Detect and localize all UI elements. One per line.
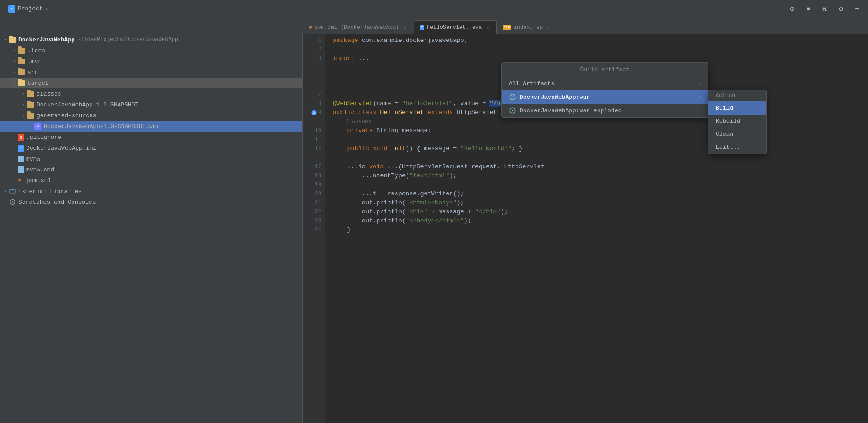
code-line-1: package com.example.dockerjavawebapp;: [333, 36, 861, 45]
menu-item-all[interactable]: All Artifacts ›: [502, 77, 708, 90]
tree-mvnwcmd[interactable]: mvnw.cmd: [0, 164, 302, 175]
line-numbers: 1 2 3 7 8 9 10 11 12 17 18 19 20: [303, 34, 325, 423]
tree-iml[interactable]: ▪ DockerJavaWebApp.iml: [0, 143, 302, 153]
line-10: 10: [303, 126, 325, 135]
tree-scratches[interactable]: › Scratches and Consoles: [0, 197, 302, 207]
extlib-arrow: ›: [2, 189, 9, 194]
code-line-11: [333, 135, 861, 144]
mvn-folder-icon: [18, 59, 25, 64]
generated-folder-icon: [27, 113, 34, 119]
snapshot-folder-icon: [27, 102, 34, 108]
code-line-18: ...ntentType("text/html");: [333, 171, 861, 180]
tree-warfile[interactable]: W DockerJavaWebApp-1.0-SNAPSHOT.war: [0, 121, 302, 132]
project-selector[interactable]: ▪ Project ▾: [5, 4, 52, 14]
editor-area: 1 2 3 7 8 9 10 11 12 17 18 19 20: [303, 34, 868, 423]
tree-root[interactable]: ▾ DockerJavaWebApp ~/IdeaProjects/Docker…: [0, 34, 302, 45]
all-arrow: ›: [698, 81, 701, 87]
sort-button[interactable]: ⇅: [818, 3, 831, 15]
tree-extlib[interactable]: › External Libraries: [0, 186, 302, 197]
line-12: 12: [303, 144, 325, 153]
tab-pom[interactable]: m pom.xml (DockerJavaWebApp) ✕: [303, 20, 414, 34]
code-line-12: public void init() { message = "Hello Wo…: [333, 144, 861, 153]
tree-gitignore[interactable]: g .gitignore: [0, 132, 302, 143]
iml-icon: ▪: [18, 145, 24, 152]
src-arrow: ›: [11, 70, 18, 75]
src-folder-icon: [18, 69, 25, 75]
code-line-19: [333, 180, 861, 189]
tree-generated[interactable]: › generated-sources: [0, 110, 302, 121]
settings-button[interactable]: ⚙: [835, 3, 847, 15]
submenu-build[interactable]: Build: [708, 101, 766, 115]
snapshot-arrow: ›: [20, 102, 27, 107]
tab-hello-label: HelloServlet.java: [427, 24, 482, 31]
tree-src[interactable]: › src: [0, 67, 302, 78]
line-2: 2: [303, 45, 325, 54]
mvn-label: .mvn: [27, 58, 41, 65]
align-button[interactable]: ≡: [802, 3, 815, 15]
line-blank4: [303, 153, 325, 162]
java-icon: C: [420, 25, 424, 30]
war-artifact-icon: [509, 93, 516, 101]
idea-folder-icon: [18, 48, 25, 54]
menu-item-war-exploded[interactable]: DockerJavaWebApp:war exploded ›: [502, 104, 708, 117]
submenu-popup: Action Build Rebuild Clean Edit...: [708, 90, 767, 154]
tree-idea[interactable]: › .idea: [0, 45, 302, 56]
collapse-all-button[interactable]: ⊕: [786, 3, 799, 15]
iml-label: DockerJavaWebApp.iml: [26, 145, 96, 152]
submenu-edit[interactable]: Edit...: [708, 141, 766, 154]
classes-arrow: ›: [20, 92, 27, 97]
line-18: 18: [303, 171, 325, 180]
tree-mvnw[interactable]: mvnw: [0, 153, 302, 164]
line-7: 7: [303, 90, 325, 99]
tab-index[interactable]: JSP index.jsp ✕: [497, 20, 557, 34]
tab-hello[interactable]: C HelloServlet.java ✕: [414, 20, 497, 34]
line-8: 8: [303, 99, 325, 108]
code-line-3: import ...: [333, 54, 861, 63]
classes-folder-icon: [27, 91, 34, 97]
scratches-label: Scratches and Consoles: [18, 199, 96, 206]
menu-title: Build Artifact: [502, 63, 708, 77]
warfile-label: DockerJavaWebApp-1.0-SNAPSHOT.war: [44, 123, 160, 130]
line-24: 24: [303, 225, 325, 234]
gitignore-label: .gitignore: [26, 134, 61, 141]
line-11: 11: [303, 135, 325, 144]
code-line-blank4: [333, 153, 861, 162]
code-line-10: private String message;: [333, 126, 861, 135]
tab-hello-close[interactable]: ✕: [484, 24, 491, 31]
tree-target[interactable]: ▾ target: [0, 78, 302, 88]
submenu-clean[interactable]: Clean: [708, 128, 766, 141]
idea-label: .idea: [27, 47, 45, 54]
line-3: 3: [303, 54, 325, 63]
tab-pom-label: pom.xml (DockerJavaWebApp): [315, 24, 399, 31]
code-line-2: [333, 45, 861, 54]
mvnwcmd-label: mvnw.cmd: [26, 166, 54, 173]
submenu-rebuild[interactable]: Rebuild: [708, 115, 766, 128]
code-line-21: out.println("<html><body>");: [333, 198, 861, 207]
line-21: 21: [303, 198, 325, 207]
tree-snapshot-dir[interactable]: › DockerJavaWebApp-1.0-SNAPSHOT: [0, 99, 302, 110]
tree-classes[interactable]: › classes: [0, 88, 302, 99]
extlib-label: External Libraries: [18, 188, 82, 195]
classes-label: classes: [37, 91, 61, 97]
all-artifacts-label: All Artifacts: [509, 80, 554, 87]
menu-item-war[interactable]: DockerJavaWebApp:war › Action Build Rebu…: [502, 90, 708, 104]
line-23: 23: [303, 216, 325, 225]
tab-pom-close[interactable]: ✕: [402, 24, 408, 31]
gitignore-icon: g: [18, 134, 24, 141]
line-20: 20: [303, 189, 325, 198]
tab-index-close[interactable]: ✕: [545, 24, 552, 31]
code-line-usages: 2 usages: [333, 117, 861, 126]
code-line-24: }: [333, 225, 861, 234]
tree-pomxml[interactable]: m pom.xml: [0, 175, 302, 186]
snapshot-label: DockerJavaWebApp-1.0-SNAPSHOT: [37, 101, 138, 108]
war-exploded-label: DockerJavaWebApp:war exploded: [520, 107, 621, 114]
root-path: ~/IdeaProjects/DockerJavaWebApp: [78, 37, 178, 43]
svg-point-3: [311, 110, 316, 115]
tree-mvn[interactable]: › .mvn: [0, 56, 302, 67]
minimize-button[interactable]: −: [851, 3, 863, 15]
line-blank1: [303, 63, 325, 72]
war-exploded-icon: [509, 107, 516, 114]
svg-rect-1: [11, 189, 14, 190]
war-arrow: ›: [698, 94, 701, 100]
scratches-arrow: ›: [2, 200, 9, 205]
